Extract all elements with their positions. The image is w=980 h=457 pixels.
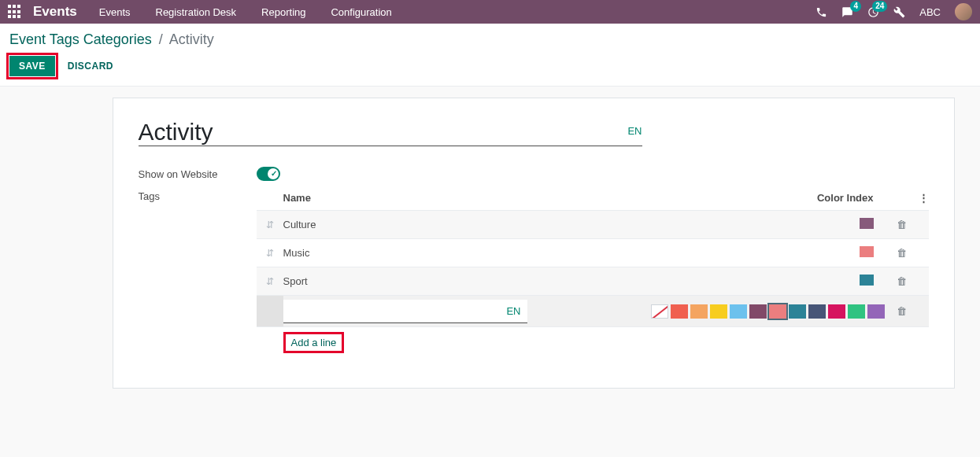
user-name[interactable]: ABC — [919, 6, 941, 18]
new-tag-lang-button[interactable]: EN — [506, 305, 520, 317]
palette-swatch[interactable] — [769, 304, 786, 319]
nav-items: Events Registration Desk Reporting Confi… — [99, 6, 392, 18]
show-on-website-row: Show on Website ✓ — [139, 167, 929, 181]
new-tag-name-input[interactable] — [283, 305, 507, 317]
control-bar: Event Tags Categories / Activity SAVE DI… — [0, 24, 980, 87]
palette-swatch[interactable] — [808, 304, 826, 319]
row-name[interactable]: Sport — [283, 275, 803, 287]
sheet-wrap: Activity EN Show on Website ✓ Tags Name … — [0, 87, 980, 389]
palette-swatch[interactable] — [789, 304, 806, 319]
table-editing-row: EN — [257, 295, 929, 326]
col-color-header: Color Index — [803, 192, 889, 204]
drag-handle-icon[interactable]: ⇵ — [257, 219, 283, 230]
delete-row-icon[interactable]: 🗑 — [889, 219, 915, 230]
title-row: Activity EN — [139, 119, 642, 146]
add-line-link[interactable]: Add a line — [283, 332, 345, 353]
delete-row-icon[interactable]: 🗑 — [889, 305, 915, 317]
color-swatch[interactable] — [860, 246, 874, 257]
tags-row: Tags Name Color Index ⋮ ⇵ Culture 🗑 — [139, 187, 929, 358]
table-header: Name Color Index ⋮ — [257, 187, 929, 210]
palette-swatch[interactable] — [848, 304, 865, 319]
messages-badge: 4 — [850, 1, 861, 12]
palette-swatch[interactable] — [730, 304, 747, 319]
drag-handle-icon[interactable]: ⇵ — [257, 276, 283, 287]
palette-swatch[interactable] — [710, 304, 727, 319]
palette-swatch[interactable] — [690, 304, 708, 319]
nav-item-events[interactable]: Events — [99, 6, 131, 18]
nav-right: 4 24 ABC — [815, 3, 972, 20]
tags-table: Name Color Index ⋮ ⇵ Culture 🗑 ⇵ Music — [257, 187, 929, 358]
apps-icon[interactable] — [8, 5, 22, 19]
title-input[interactable]: Activity — [139, 119, 628, 146]
row-name[interactable]: Culture — [283, 219, 803, 230]
color-swatch[interactable] — [860, 218, 874, 229]
column-menu-icon[interactable]: ⋮ — [915, 192, 929, 204]
form-sheet: Activity EN Show on Website ✓ Tags Name … — [113, 98, 955, 389]
color-swatch[interactable] — [860, 275, 874, 286]
tags-label: Tags — [139, 187, 257, 202]
show-on-website-label: Show on Website — [139, 168, 257, 180]
phone-icon[interactable] — [815, 6, 827, 18]
drag-handle-icon[interactable]: ⇵ — [257, 248, 283, 259]
delete-row-icon[interactable]: 🗑 — [889, 275, 915, 287]
nav-item-reporting[interactable]: Reporting — [261, 6, 305, 18]
add-line-row: Add a line — [257, 326, 929, 358]
palette-swatch[interactable] — [828, 304, 845, 319]
messages-icon[interactable]: 4 — [841, 6, 853, 18]
discard-button[interactable]: DISCARD — [65, 56, 116, 76]
color-palette — [527, 304, 889, 319]
table-row[interactable]: ⇵ Culture 🗑 — [257, 210, 929, 238]
palette-swatch[interactable] — [867, 304, 885, 319]
avatar[interactable] — [955, 3, 972, 20]
breadcrumb-current: Activity — [169, 31, 214, 47]
breadcrumb-root[interactable]: Event Tags Categories — [9, 31, 152, 47]
table-row[interactable]: ⇵ Music 🗑 — [257, 238, 929, 267]
col-name-header: Name — [283, 192, 803, 204]
nav-item-registration-desk[interactable]: Registration Desk — [156, 6, 237, 18]
drag-handle-placeholder — [257, 296, 283, 326]
breadcrumb-sep: / — [156, 31, 166, 47]
palette-swatch[interactable] — [749, 304, 767, 319]
nav-item-configuration[interactable]: Configuration — [331, 6, 391, 18]
brand[interactable]: Events — [33, 4, 77, 20]
palette-swatch[interactable] — [671, 304, 688, 319]
palette-none[interactable] — [651, 304, 668, 319]
table-row[interactable]: ⇵ Sport 🗑 — [257, 267, 929, 295]
tools-icon[interactable] — [893, 6, 905, 18]
activities-icon[interactable]: 24 — [867, 6, 879, 18]
activities-badge: 24 — [872, 1, 887, 12]
show-on-website-toggle[interactable]: ✓ — [257, 167, 280, 181]
delete-row-icon[interactable]: 🗑 — [889, 247, 915, 259]
breadcrumb: Event Tags Categories / Activity — [9, 31, 971, 48]
save-button[interactable]: SAVE — [9, 56, 55, 76]
row-name[interactable]: Music — [283, 247, 803, 259]
top-nav: Events Events Registration Desk Reportin… — [0, 0, 980, 24]
title-lang-button[interactable]: EN — [627, 119, 642, 137]
